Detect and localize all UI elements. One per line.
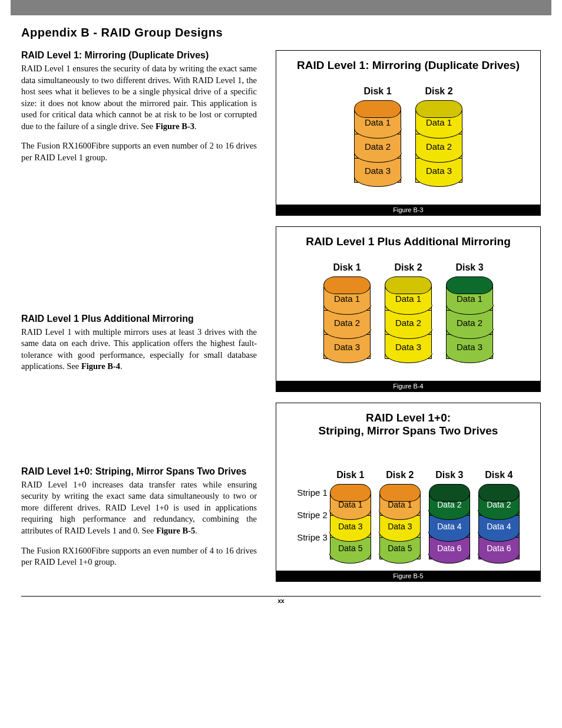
- disk-stack: Disk 1Data 1Data 3Data 5: [330, 470, 371, 559]
- raid1plus-heading: RAID Level 1 Plus Additional Mirroring: [21, 314, 257, 324]
- page-title: Appendix B - RAID Group Designs: [21, 26, 541, 39]
- disk-stack: Disk 2Data 1Data 2Data 3: [415, 86, 462, 182]
- disk-stack: Disk 3Data 1Data 2Data 3: [446, 262, 493, 358]
- disk-label: Disk 1: [333, 262, 361, 273]
- right-column: RAID Level 1: Mirroring (Duplicate Drive…: [276, 50, 541, 592]
- disk-cap-icon: [478, 484, 520, 502]
- figure-b4-title: RAID Level 1 Plus Additional Mirroring: [276, 227, 540, 262]
- disk-label: Disk 2: [394, 262, 422, 273]
- figure-b4: RAID Level 1 Plus Additional Mirroring D…: [276, 226, 541, 392]
- figure-b5: RAID Level 1+0: Striping, Mirror Spans T…: [276, 403, 541, 582]
- disk-label: Disk 1: [363, 86, 391, 97]
- disk-stack: Disk 4Data 2Data 4Data 6: [478, 470, 520, 559]
- header-bar: [11, 0, 551, 15]
- disk-cap-icon: [323, 276, 371, 294]
- disk-label: Disk 1: [336, 470, 364, 480]
- stripe-label: Stripe 2: [297, 503, 328, 526]
- figure-b5-title: RAID Level 1+0: Striping, Mirror Spans T…: [276, 403, 540, 452]
- figure-b3-caption: Figure B-3: [276, 205, 540, 215]
- disk-cap-icon: [354, 100, 401, 118]
- raid1-p2: The Fusion RX1600Fibre supports an even …: [21, 140, 257, 163]
- disk-cap-icon: [379, 484, 421, 502]
- disk-label: Disk 4: [485, 470, 513, 480]
- two-column-layout: RAID Level 1: Mirroring (Duplicate Drive…: [21, 50, 541, 592]
- page-number: xx: [21, 596, 541, 604]
- disk-cap-icon: [385, 276, 432, 294]
- raid1plus-p1: RAID Level 1 with multiple mirrors uses …: [21, 327, 257, 373]
- disk-stack: Disk 3Data 2Data 4Data 6: [429, 470, 470, 559]
- disk-stack: Disk 2Data 1Data 2Data 3: [385, 262, 432, 358]
- stripe-label: Stripe 3: [297, 526, 328, 548]
- disk-stack: Disk 1Data 1Data 2Data 3: [354, 86, 401, 182]
- figure-b4-caption: Figure B-4: [276, 381, 540, 391]
- disk-label: Disk 2: [386, 470, 414, 480]
- disk-label: Disk 3: [455, 262, 483, 273]
- stripe-label: Stripe 1: [297, 481, 328, 503]
- disk-label: Disk 3: [435, 470, 463, 480]
- figure-b3: RAID Level 1: Mirroring (Duplicate Drive…: [276, 50, 541, 216]
- disk-cap-icon: [429, 484, 470, 502]
- raid10-p2: The Fusion RX1600Fibre supports an even …: [21, 545, 257, 568]
- left-column: RAID Level 1: Mirroring (Duplicate Drive…: [21, 50, 257, 592]
- raid1-p1: RAID Level 1 ensures the security of dat…: [21, 63, 257, 132]
- figure-b3-title: RAID Level 1: Mirroring (Duplicate Drive…: [276, 51, 540, 86]
- disk-cap-icon: [330, 484, 371, 502]
- raid10-p1: RAID Level 1+0 increases data transfer r…: [21, 479, 257, 537]
- section-raid1plus: RAID Level 1 Plus Additional Mirroring R…: [21, 314, 257, 373]
- disk-cap-icon: [446, 276, 493, 294]
- raid1-heading: RAID Level 1: Mirroring (Duplicate Drive…: [21, 50, 257, 61]
- disk-stack: Disk 1Data 1Data 2Data 3: [323, 262, 371, 358]
- raid10-heading: RAID Level 1+0: Striping, Mirror Spans T…: [21, 466, 257, 477]
- section-raid10: RAID Level 1+0: Striping, Mirror Spans T…: [21, 466, 257, 568]
- section-raid1: RAID Level 1: Mirroring (Duplicate Drive…: [21, 50, 257, 164]
- figure-b5-caption: Figure B-5: [276, 571, 540, 581]
- disk-cap-icon: [415, 100, 462, 118]
- disk-label: Disk 2: [425, 86, 452, 97]
- disk-stack: Disk 2Data 1Data 3Data 5: [379, 470, 421, 559]
